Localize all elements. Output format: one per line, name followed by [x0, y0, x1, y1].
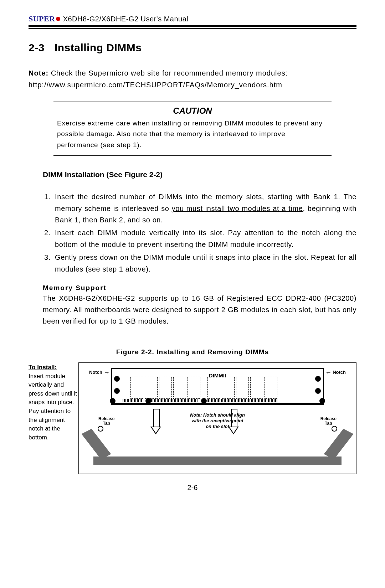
subheading: DIMM Installation (See Figure 2-2): [43, 170, 356, 179]
memory-body: The X6DH8-G2/X6DHE-G2 supports up to 16 …: [43, 293, 356, 327]
notch-label-left: Notch: [89, 370, 102, 375]
section-number: 2-3: [29, 42, 45, 53]
arrow-right-icon: →: [103, 369, 110, 376]
install-steps: Insert the desired number of DIMMs into …: [29, 191, 356, 275]
page-header: SUPER X6DH8-G2/X6DHE-G2 User's Manual: [29, 14, 356, 24]
pivot-icon: [98, 426, 103, 432]
install-head: To Install:: [29, 364, 57, 371]
step-1: Insert the desired number of DIMMs into …: [53, 191, 356, 226]
install-text: Insert module vertically and press down …: [29, 373, 77, 441]
page-number: 2-6: [29, 484, 356, 492]
figure-note: Note: Notch should align with the recept…: [189, 412, 246, 430]
install-sidebar: To Install: Insert module vertically and…: [29, 362, 78, 474]
note-label: Note:: [29, 69, 48, 77]
release-tab-left: [81, 429, 111, 459]
note-paragraph: Note: Check the Supermicro web site for …: [29, 67, 356, 91]
arrow-left-icon: ←: [325, 369, 332, 376]
brand-logo: SUPER: [29, 14, 55, 24]
figure-caption: Figure 2-2. Installing and Removing DIMM…: [29, 348, 356, 356]
figure-diagram: Notch → Notch ← DIMMII: [78, 362, 356, 474]
notch-label-right: Notch: [333, 370, 346, 375]
caution-box: CAUTION Exercise extreme care when insta…: [53, 102, 332, 156]
section-heading: 2-3Installing DIMMs: [29, 42, 356, 54]
step-3: Gently press down on the DIMM module unt…: [53, 252, 356, 275]
caution-text: Exercise extreme care when installing or…: [53, 118, 332, 150]
figure-area: To Install: Insert module vertically and…: [29, 362, 356, 474]
dimm-module: DIMMII: [111, 368, 324, 405]
pivot-icon: [332, 426, 337, 432]
release-tab-label-right: Release Tab: [320, 417, 337, 426]
slot-bar: [93, 457, 342, 465]
note-text: Check the Supermicro web site for recomm…: [29, 69, 288, 89]
memory-heading: Memory Support: [43, 284, 356, 292]
down-arrow-icon: [150, 409, 161, 436]
manual-title: X6DH8-G2/X6DHE-G2 User's Manual: [63, 15, 189, 23]
caution-title: CAUTION: [53, 106, 332, 116]
header-rule: [29, 25, 356, 29]
release-tab-label-left: Release Tab: [98, 417, 114, 426]
section-title: Installing DIMMs: [55, 42, 142, 53]
brand-dot-icon: [56, 17, 60, 21]
release-tab-right: [324, 429, 353, 459]
step-2: Insert each DIMM module vertically into …: [53, 227, 356, 250]
